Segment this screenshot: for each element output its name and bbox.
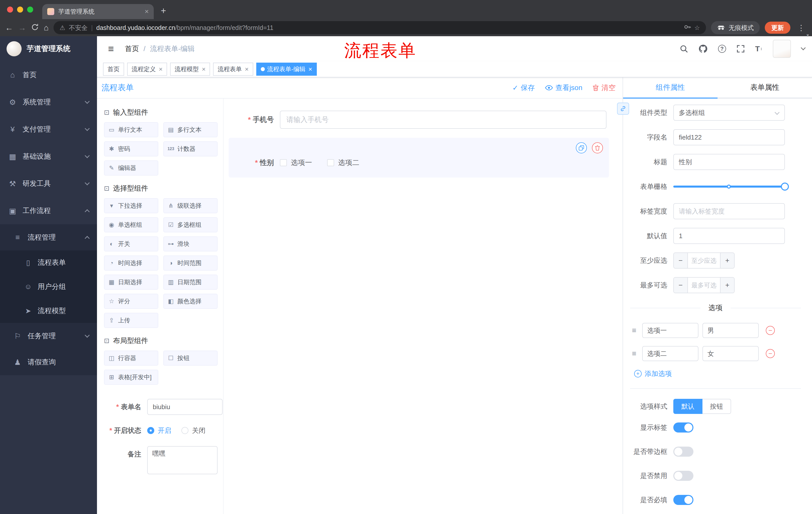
radio-off[interactable]: 关闭 (181, 426, 205, 435)
disabled-switch[interactable] (673, 471, 693, 481)
sidebar-item-task-management[interactable]: ⚐ 任务管理 (0, 323, 97, 349)
canvas-item-gender-selected[interactable]: 性别 选项一 选项二 (229, 138, 609, 178)
tag-close-icon[interactable]: × (309, 65, 312, 73)
border-switch[interactable] (673, 447, 693, 457)
style-button-button[interactable]: 按钮 (702, 399, 731, 414)
link-button[interactable] (617, 103, 629, 115)
search-icon[interactable] (680, 45, 688, 53)
palette-item-date-picker[interactable]: ▦日期选择 (104, 275, 158, 290)
sidebar-item-devtools[interactable]: ⚒ 研发工具 (0, 170, 97, 197)
palette-item-radio-group[interactable]: ◉单选框组 (104, 217, 158, 232)
min-select-value[interactable]: 至少应选 (688, 253, 720, 268)
increase-button[interactable]: + (720, 278, 734, 293)
remove-option-button[interactable]: − (766, 326, 775, 335)
palette-item-rate[interactable]: ☆评分 (104, 294, 158, 309)
sidebar-item-infrastructure[interactable]: ▦ 基础设施 (0, 143, 97, 170)
bookmark-star-icon[interactable]: ☆ (694, 24, 700, 31)
form-name-input[interactable] (147, 399, 223, 415)
label-width-input[interactable] (673, 203, 785, 219)
palette-item-upload[interactable]: ⇪上传 (104, 313, 158, 328)
remove-option-button[interactable]: − (766, 349, 775, 358)
tag-close-icon[interactable]: × (159, 65, 163, 73)
tab-close-icon[interactable]: × (145, 7, 149, 16)
show-label-switch[interactable] (673, 423, 693, 433)
breadcrumb-home[interactable]: 首页 (125, 44, 139, 54)
palette-item-single-text[interactable]: ▭单行文本 (104, 122, 158, 137)
chevron-down-icon[interactable] (801, 45, 806, 50)
browser-menu-icon[interactable]: ⋮ (795, 23, 807, 32)
font-size-icon[interactable]: T↕ (755, 45, 762, 53)
option-value-input[interactable] (702, 346, 759, 361)
form-remark-textarea[interactable]: 嘿嘿 (147, 446, 218, 474)
tag-process-model[interactable]: 流程模型 × (170, 63, 210, 76)
tag-process-form[interactable]: 流程表单 × (213, 63, 253, 76)
new-tab-button[interactable]: + (161, 5, 166, 16)
slider-handle[interactable] (781, 183, 789, 191)
home-icon[interactable]: ⌂ (44, 24, 49, 32)
back-icon[interactable]: ← (5, 24, 13, 32)
decrease-button[interactable]: − (674, 278, 688, 293)
browser-tab[interactable]: 芋道管理系统 × (42, 4, 154, 19)
sidebar-item-user-group[interactable]: ☺ 用户分组 (0, 275, 97, 299)
tab-form-props[interactable]: 表单属性 (718, 77, 812, 98)
title-input[interactable] (673, 154, 785, 170)
view-json-button[interactable]: 查看json (545, 83, 582, 92)
reload-icon[interactable] (31, 23, 39, 32)
field-name-input[interactable] (673, 129, 785, 145)
tag-process-definition[interactable]: 流程定义 × (127, 63, 167, 76)
decrease-button[interactable]: − (674, 253, 688, 268)
sidebar-item-leave-query[interactable]: ♟ 请假查询 (0, 349, 97, 375)
palette-item-table[interactable]: ⊞表格[开发中] (104, 370, 158, 385)
palette-item-slider[interactable]: ⊶滑块 (163, 236, 218, 251)
minimize-window-button[interactable] (17, 6, 23, 12)
add-option-button[interactable]: + 添加选项 (634, 369, 801, 378)
max-select-value[interactable]: 最多可选 (688, 278, 720, 293)
increase-button[interactable]: + (720, 253, 734, 268)
save-button[interactable]: ✓ 保存 (512, 83, 534, 92)
sidebar-item-process-model[interactable]: ➤ 流程模型 (0, 299, 97, 323)
zoom-window-button[interactable] (27, 6, 33, 12)
palette-item-time-range[interactable]: ◑时间范围 (163, 255, 218, 271)
tag-process-form-edit[interactable]: 流程表单-编辑 × (256, 63, 317, 76)
address-bar[interactable]: ⚠ 不安全 | dashboard.yudao.iocoder.cn/bpm/m… (54, 21, 706, 34)
palette-item-color-picker[interactable]: ◧颜色选择 (163, 294, 218, 309)
phone-input[interactable] (280, 111, 607, 129)
help-icon[interactable]: ? (718, 45, 726, 53)
palette-item-checkbox-group[interactable]: ☑多选框组 (163, 217, 218, 232)
delete-widget-button[interactable] (592, 142, 603, 154)
sidebar-item-workflow[interactable]: ▣ 工作流程 (0, 197, 97, 224)
palette-item-editor[interactable]: ✎编辑器 (104, 160, 158, 175)
palette-item-cascader[interactable]: ⋔级联选择 (163, 198, 218, 213)
forward-icon[interactable]: → (18, 24, 26, 32)
palette-item-multi-text[interactable]: ▤多行文本 (163, 122, 218, 137)
tab-component-props[interactable]: 组件属性 (623, 77, 718, 98)
fullscreen-icon[interactable] (736, 45, 745, 53)
checkbox-option-1[interactable]: 选项一 (280, 158, 312, 167)
sidebar-logo[interactable]: 芋道管理系统 (0, 36, 97, 61)
option-name-input[interactable] (642, 323, 698, 338)
sidebar-item-process-form[interactable]: ▯ 流程表单 (0, 250, 97, 275)
palette-item-switch[interactable]: ◐开关 (104, 236, 158, 251)
default-value-input[interactable] (673, 228, 785, 244)
drag-handle-icon[interactable]: ≡ (630, 349, 638, 358)
style-default-button[interactable]: 默认 (673, 399, 702, 414)
option-name-input[interactable] (642, 346, 698, 361)
close-window-button[interactable] (7, 6, 13, 12)
github-icon[interactable] (698, 44, 707, 53)
form-grid-slider[interactable] (673, 179, 785, 195)
clear-button[interactable]: 清空 (592, 83, 615, 92)
canvas-item-phone[interactable]: 手机号 (229, 107, 609, 136)
palette-item-counter[interactable]: 123计数器 (163, 141, 218, 156)
palette-item-button[interactable]: ☐按钮 (163, 351, 218, 366)
palette-item-row-container[interactable]: ◫行容器 (104, 351, 158, 366)
browser-update-button[interactable]: 更新 (765, 22, 790, 34)
option-value-input[interactable] (702, 323, 759, 338)
design-canvas[interactable]: 手机号 (224, 99, 622, 514)
palette-item-date-range[interactable]: ▥日期范围 (163, 275, 218, 290)
password-key-icon[interactable] (684, 23, 691, 32)
avatar[interactable] (773, 40, 791, 58)
tag-close-icon[interactable]: × (245, 65, 249, 73)
required-switch[interactable] (673, 495, 693, 505)
sidebar-item-system[interactable]: ⚙ 系统管理 (0, 88, 97, 116)
sidebar-item-process-management[interactable]: ≡ 流程管理 (0, 224, 97, 250)
